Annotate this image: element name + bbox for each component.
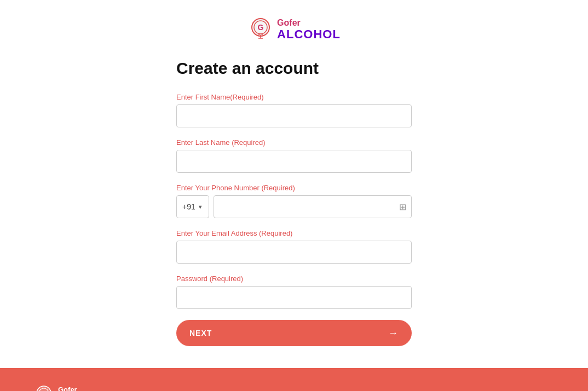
password-group: Password (Required) (176, 275, 412, 309)
main-content: G Gofer ALCOHOL Create an account Enter … (0, 0, 588, 368)
footer: G Gofer ALCOHOL (0, 368, 588, 391)
footer-logo-icon: G (33, 384, 55, 391)
footer-logo-text: Gofer ALCOHOL (58, 386, 111, 391)
next-arrow-icon: → (388, 328, 399, 339)
logo-icon: G (247, 16, 274, 43)
logo-container: G Gofer ALCOHOL (247, 16, 341, 43)
footer-logo: G Gofer ALCOHOL (33, 384, 555, 391)
phone-group: Enter Your Phone Number (Required) +91 ▼… (176, 184, 412, 218)
phone-row: +91 ▼ ⊞ (176, 195, 412, 218)
email-group: Enter Your Email Address (Required) (176, 229, 412, 264)
first-name-input[interactable] (176, 104, 412, 127)
last-name-input[interactable] (176, 150, 412, 173)
next-button[interactable]: NEXT → (176, 320, 412, 346)
first-name-label: Enter First Name(Required) (176, 93, 412, 101)
form-container: Create an account Enter First Name(Requi… (176, 59, 412, 346)
first-name-group: Enter First Name(Required) (176, 93, 412, 127)
password-label: Password (Required) (176, 275, 412, 283)
last-name-group: Enter Last Name (Required) (176, 138, 412, 173)
email-label: Enter Your Email Address (Required) (176, 229, 412, 237)
last-name-label: Enter Last Name (Required) (176, 138, 412, 147)
chevron-down-icon: ▼ (198, 204, 203, 210)
phone-label: Enter Your Phone Number (Required) (176, 184, 412, 192)
page-title: Create an account (176, 59, 412, 78)
phone-input[interactable] (214, 195, 412, 218)
svg-text:G: G (258, 23, 264, 32)
next-button-label: NEXT (189, 329, 212, 337)
footer-gofer-label: Gofer (58, 386, 111, 391)
phone-icon: ⊞ (399, 202, 406, 212)
logo-text: Gofer ALCOHOL (277, 18, 341, 41)
country-code: +91 (182, 202, 195, 211)
logo-alcohol-label: ALCOHOL (277, 28, 341, 41)
email-input[interactable] (176, 241, 412, 264)
password-input[interactable] (176, 286, 412, 309)
logo-gofer-label: Gofer (277, 18, 341, 28)
phone-country-selector[interactable]: +91 ▼ (176, 195, 209, 218)
phone-input-wrapper: ⊞ (214, 195, 412, 218)
